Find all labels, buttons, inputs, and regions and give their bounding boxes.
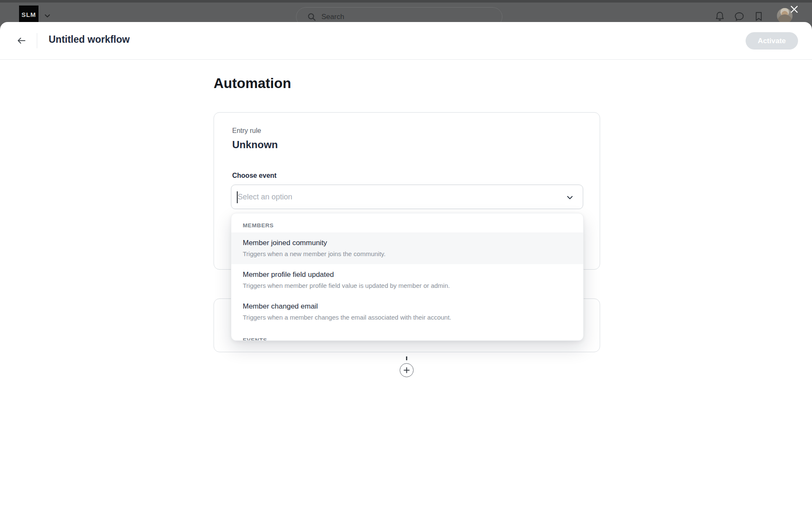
add-step-button[interactable] — [400, 363, 414, 377]
back-button[interactable] — [12, 31, 31, 50]
close-icon[interactable] — [787, 3, 801, 16]
bookmarks-icon[interactable] — [753, 11, 764, 22]
community-logo-text: SLM — [22, 11, 36, 18]
entry-rule-value: Unknown — [232, 139, 278, 151]
entry-rule-label: Entry rule — [232, 127, 261, 135]
workflow-header: Untitled workflow Activate — [0, 22, 812, 60]
option-member-profile-field-updated[interactable]: Member profile field updated Triggers wh… — [231, 264, 583, 296]
chevron-down-icon — [566, 194, 573, 201]
event-select[interactable] — [231, 185, 583, 209]
dropdown-section-members: MEMBERS — [231, 213, 583, 232]
choose-event-label: Choose event — [232, 172, 277, 179]
back-arrow-icon — [16, 35, 27, 47]
activate-button[interactable]: Activate — [746, 32, 798, 50]
option-title: Member profile field updated — [243, 269, 572, 280]
event-select-input[interactable] — [238, 185, 551, 209]
step-connector — [406, 356, 407, 360]
option-description: Triggers when a member changes the email… — [243, 312, 572, 323]
header-divider — [37, 33, 37, 48]
community-logo[interactable]: SLM — [19, 6, 38, 23]
option-description: Triggers when a new member joins the com… — [243, 249, 572, 259]
notifications-icon[interactable] — [714, 11, 725, 22]
option-description: Triggers when member profile field value… — [243, 281, 572, 291]
option-title: Member changed email — [243, 301, 572, 312]
option-member-joined-community[interactable]: Member joined community Triggers when a … — [231, 232, 583, 264]
dropdown-section-events: EVENTS — [231, 328, 583, 341]
plus-icon — [403, 367, 410, 374]
workflow-title: Untitled workflow — [49, 34, 130, 45]
option-title: Member joined community — [243, 237, 572, 248]
event-options-dropdown: MEMBERS Member joined community Triggers… — [231, 213, 584, 341]
workflow-modal: Untitled workflow Activate Automation En… — [0, 22, 812, 508]
page-title: Automation — [214, 75, 291, 91]
messages-icon[interactable] — [734, 11, 745, 22]
community-switcher-chevron-icon[interactable] — [44, 12, 51, 19]
search-placeholder: Search — [321, 13, 344, 21]
option-member-changed-email[interactable]: Member changed email Triggers when a mem… — [231, 296, 583, 328]
search-icon — [307, 13, 316, 21]
